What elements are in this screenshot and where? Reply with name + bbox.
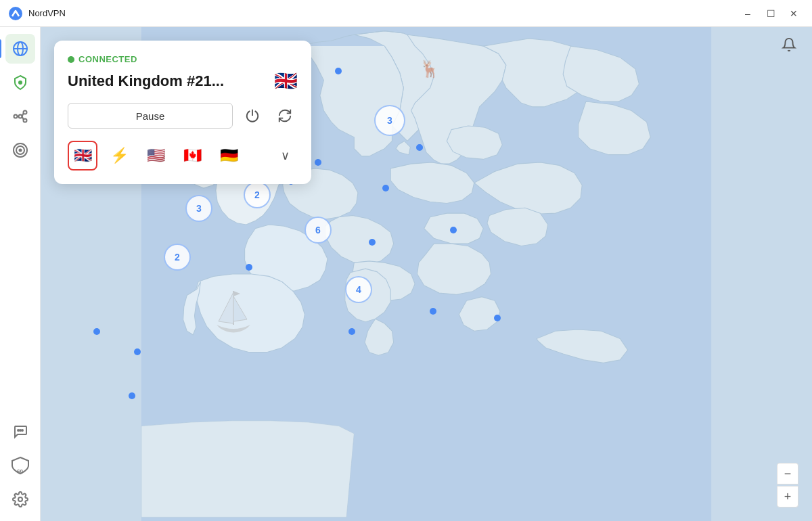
main-layout: 60	[0, 27, 812, 521]
server-name: United Kingdom #21...	[68, 72, 224, 90]
cluster-3-east[interactable]: 3	[374, 105, 405, 136]
minimize-button[interactable]: –	[738, 5, 758, 22]
reconnect-icon	[277, 108, 292, 123]
sidebar-item-badge[interactable]: 60	[5, 451, 35, 480]
svg-point-8	[18, 115, 22, 118]
dot-russia[interactable]	[450, 227, 457, 233]
cluster-label: 2	[254, 189, 260, 200]
badge-label: 60	[17, 468, 23, 474]
svg-point-4	[18, 81, 22, 85]
dot-poland[interactable]	[315, 159, 321, 166]
settings-icon	[12, 491, 28, 507]
cluster-label: 6	[315, 225, 321, 235]
cluster-3-neth[interactable]: 3	[185, 195, 212, 222]
quick-connect-us[interactable]: 🇺🇸	[141, 141, 171, 171]
server-row: United Kingdom #21... 🇬🇧	[68, 70, 298, 92]
svg-point-0	[9, 7, 22, 20]
quick-connect-row: 🇬🇧 ⚡ 🇺🇸 🇨🇦 🇩🇪 ∨	[68, 141, 298, 171]
cluster-label: 3	[196, 203, 202, 214]
title-bar: NordVPN – ☐ ✕	[0, 0, 812, 27]
dot-turkey[interactable]	[430, 308, 436, 315]
zoom-out-button[interactable]: −	[777, 463, 798, 484]
svg-line-10	[22, 113, 23, 116]
bell-icon	[782, 37, 796, 52]
svg-point-5	[14, 115, 17, 118]
cluster-label: 4	[356, 284, 361, 295]
notification-area	[777, 32, 801, 57]
map-controls: − +	[777, 463, 798, 507]
sidebar-item-threat[interactable]	[5, 135, 35, 165]
cluster-4-balkans[interactable]: 4	[345, 276, 372, 303]
sailboat-decoration	[206, 284, 261, 348]
quick-connect-lightning[interactable]: ⚡	[104, 141, 134, 171]
globe-icon	[12, 41, 28, 57]
window-controls: – ☐ ✕	[738, 5, 804, 22]
power-button[interactable]	[240, 103, 265, 129]
mesh-icon	[12, 108, 28, 124]
target-icon	[12, 142, 28, 158]
map-area[interactable]: 🌲 🦌 4 3	[41, 27, 812, 521]
shield-icon	[12, 74, 28, 91]
dot-portugal[interactable]	[93, 328, 100, 335]
dot-greece[interactable]	[348, 328, 355, 335]
maximize-button[interactable]: ☐	[761, 5, 781, 22]
svg-line-11	[22, 116, 23, 120]
deer-icon: 🦌	[420, 60, 440, 78]
sidebar: 60	[0, 27, 41, 521]
reconnect-button[interactable]	[272, 103, 298, 129]
server-flag: 🇬🇧	[274, 70, 298, 92]
zoom-in-button[interactable]: +	[777, 486, 798, 507]
dot-spain2[interactable]	[134, 348, 141, 355]
dot-finland[interactable]	[335, 68, 342, 74]
dot-morocco[interactable]	[129, 392, 135, 399]
svg-point-17	[22, 430, 23, 431]
dot-ukraine[interactable]	[382, 185, 389, 191]
close-button[interactable]: ✕	[784, 5, 804, 22]
svg-point-15	[18, 430, 19, 431]
sidebar-item-meshnet[interactable]	[5, 101, 35, 131]
action-row: Pause	[68, 103, 298, 129]
dot-romania[interactable]	[369, 239, 376, 246]
cluster-label: 3	[387, 115, 392, 126]
chat-icon	[12, 424, 28, 440]
quick-connect-uk[interactable]: 🇬🇧	[68, 141, 97, 171]
cluster-6-austria[interactable]: 6	[304, 217, 332, 244]
status-dot	[68, 56, 74, 63]
svg-point-14	[18, 149, 22, 152]
connection-status: CONNECTED	[68, 54, 298, 64]
quick-connect-de[interactable]: 🇩🇪	[214, 141, 244, 171]
pause-button[interactable]: Pause	[68, 103, 233, 129]
expand-button[interactable]: ∨	[272, 143, 298, 168]
sidebar-item-settings[interactable]	[5, 484, 35, 514]
dot-russia2[interactable]	[416, 144, 423, 151]
nordvpn-logo-icon	[8, 6, 23, 21]
cluster-2-france[interactable]: 2	[244, 181, 271, 208]
sidebar-item-support[interactable]	[5, 417, 35, 447]
power-icon	[245, 108, 260, 123]
connection-panel: CONNECTED United Kingdom #21... 🇬🇧 Pause	[54, 41, 311, 184]
dot-far-east[interactable]	[494, 315, 501, 321]
cluster-label: 2	[175, 252, 180, 263]
dot-italy[interactable]	[246, 264, 252, 271]
notification-button[interactable]	[777, 32, 801, 57]
cluster-2-spain[interactable]: 2	[164, 244, 191, 271]
svg-point-16	[20, 430, 21, 431]
sidebar-item-map[interactable]	[5, 34, 35, 64]
active-indicator	[0, 39, 1, 58]
status-text: CONNECTED	[78, 54, 137, 64]
sidebar-item-shield[interactable]	[5, 68, 35, 97]
svg-point-18	[18, 497, 22, 501]
app-title: NordVPN	[28, 8, 738, 18]
quick-connect-ca[interactable]: 🇨🇦	[177, 141, 207, 171]
